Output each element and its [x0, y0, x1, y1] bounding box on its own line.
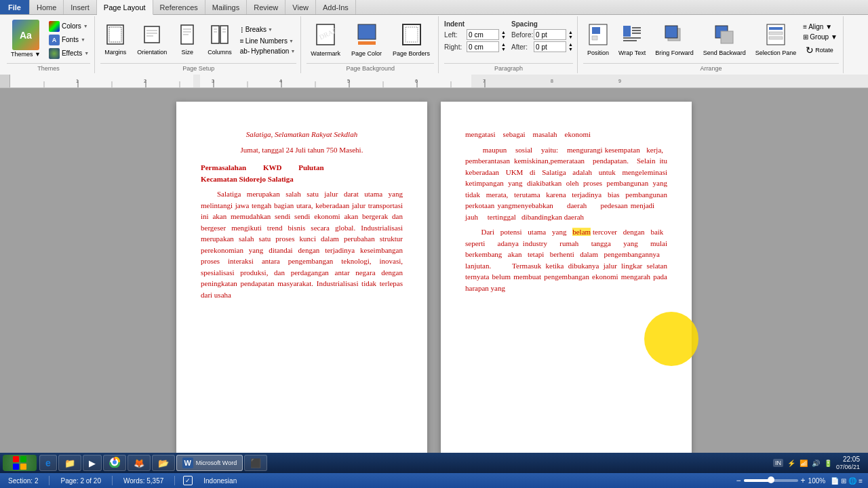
- size-icon: [178, 24, 197, 48]
- taskbar-chrome[interactable]: [103, 455, 126, 471]
- line-numbers-button[interactable]: ≡ Line Numbers ▼: [239, 37, 297, 45]
- page-borders-button[interactable]: Page Borders: [389, 20, 434, 59]
- breaks-arrow: ▼: [268, 27, 273, 32]
- align-button[interactable]: ≡ Align ▼: [802, 22, 838, 31]
- tab-view[interactable]: View: [285, 0, 316, 14]
- svg-text:1: 1: [76, 79, 79, 83]
- send-backward-button[interactable]: Send Backward: [699, 21, 750, 58]
- svg-point-70: [113, 460, 117, 464]
- wrap-text-button[interactable]: Wrap Text: [614, 21, 650, 58]
- spacing-before-input[interactable]: [534, 29, 566, 40]
- tray-area: IN ⚡ 📶 🔊 🔋 22:05 07/06/21: [773, 455, 865, 472]
- chrome-icon: [109, 457, 120, 470]
- size-button[interactable]: Size: [174, 22, 201, 58]
- svg-text:3: 3: [212, 79, 214, 83]
- right-para1: maupun sosial yaitu: mengurangi kesempat…: [465, 144, 667, 223]
- tab-file[interactable]: File: [0, 0, 30, 14]
- right-page: mengatasi sebagai masalah ekonomi maupun…: [441, 102, 692, 454]
- taskbar-word[interactable]: W Microsoft Word: [176, 455, 243, 471]
- tab-review[interactable]: Review: [247, 0, 285, 14]
- indent-right-input[interactable]: [467, 41, 499, 52]
- rotate-icon: ↻: [806, 45, 814, 56]
- zoom-in-button[interactable]: +: [801, 476, 806, 485]
- hyphenation-arrow: ▼: [290, 49, 295, 54]
- spacing-after-input[interactable]: [534, 41, 566, 52]
- indent-left-input[interactable]: [467, 29, 499, 40]
- explorer-icon: 📁: [64, 458, 75, 468]
- taskbar-app2[interactable]: ⬛: [244, 455, 267, 471]
- page-background-group-label: Page Background: [307, 63, 434, 72]
- indent-label: Indent: [444, 20, 506, 28]
- folder-icon: 📂: [158, 458, 169, 468]
- watermark-button[interactable]: DRAFT Watermark: [307, 20, 344, 59]
- align-icon: ≡: [803, 23, 807, 30]
- tab-home[interactable]: Home: [30, 0, 64, 14]
- svg-rect-40: [10, 75, 193, 87]
- left-para1: Salatiga merupakan salah satu jalur dara…: [201, 188, 403, 300]
- hyphenation-button[interactable]: ab- Hyphenation ▼: [239, 47, 297, 56]
- taskbar-ie[interactable]: e: [39, 455, 57, 471]
- tab-page-layout[interactable]: Page Layout: [97, 0, 153, 15]
- group-button[interactable]: ⊞ Group ▼: [802, 33, 838, 41]
- web-layout-icon[interactable]: 🌐: [848, 477, 856, 485]
- spacing-after-spinner[interactable]: ▲ ▼: [568, 42, 573, 52]
- tab-insert[interactable]: Insert: [64, 0, 97, 14]
- svg-text:7: 7: [483, 79, 486, 83]
- zoom-slider[interactable]: [744, 479, 798, 482]
- tab-add-ins[interactable]: Add-Ins: [316, 0, 356, 14]
- svg-rect-18: [358, 24, 376, 39]
- word-icon: W: [182, 458, 193, 468]
- taskbar-media[interactable]: ▶: [83, 455, 102, 471]
- colors-button[interactable]: Colors ▼: [47, 20, 90, 33]
- watermark-icon: DRAFT: [315, 22, 336, 49]
- margins-button[interactable]: Margins: [100, 22, 130, 58]
- fonts-dropdown-arrow: ▼: [81, 37, 85, 42]
- themes-group-label: Themes: [7, 63, 90, 72]
- svg-text:2: 2: [144, 79, 146, 83]
- zoom-out-button[interactable]: −: [736, 476, 741, 485]
- view-mode-icons: 📄 ⊞ 🌐 ≡: [831, 477, 863, 485]
- ribbon-container: File Home Insert Page Layout References …: [0, 0, 868, 75]
- effects-button[interactable]: Effects ▼: [47, 47, 90, 60]
- spacing-before-spinner[interactable]: ▲ ▼: [568, 30, 573, 39]
- svg-rect-38: [769, 37, 783, 39]
- svg-text:6: 6: [415, 79, 418, 83]
- themes-icon: Aa: [12, 20, 39, 50]
- left-page: Salatiga, Selamatkan Rakyat Sekdlah Juma…: [176, 102, 427, 454]
- zoom-level: 100%: [808, 477, 826, 485]
- columns-button[interactable]: Columns: [203, 22, 236, 58]
- full-screen-icon[interactable]: ⊞: [841, 477, 846, 485]
- svg-rect-66: [20, 456, 26, 462]
- bring-forward-button[interactable]: Bring Forward: [651, 21, 698, 58]
- svg-rect-11: [220, 26, 228, 43]
- rotate-button[interactable]: ↻ Rotate: [802, 43, 838, 58]
- outline-icon[interactable]: ≡: [859, 477, 863, 485]
- right-para2: Dari potensi utama yang belam tercover d…: [465, 226, 667, 293]
- themes-button[interactable]: Aa Themes ▼: [7, 18, 45, 62]
- highlight-circle: [644, 312, 698, 366]
- bring-forward-icon: [664, 23, 684, 49]
- orientation-button[interactable]: Orientation: [133, 22, 171, 58]
- taskbar-firefox[interactable]: 🦊: [127, 455, 151, 471]
- tab-references[interactable]: References: [153, 0, 205, 14]
- fonts-button[interactable]: A Fonts ▼: [47, 34, 90, 46]
- indent-left-spinner[interactable]: ▲ ▼: [501, 30, 506, 39]
- start-button[interactable]: [3, 455, 37, 471]
- taskbar: e 📁 ▶ 🦊 📂 W Microsoft Word ⬛ IN ⚡ 📶: [0, 453, 868, 473]
- selection-pane-button[interactable]: Selection Pane: [751, 21, 801, 58]
- colors-icon: [49, 21, 60, 32]
- orientation-icon: [142, 24, 161, 48]
- indent-right-spinner[interactable]: ▲ ▼: [501, 42, 506, 52]
- breaks-button[interactable]: ⫶ Breaks ▼: [239, 24, 297, 35]
- tab-mailings[interactable]: Mailings: [205, 0, 247, 14]
- line-numbers-arrow: ▼: [289, 39, 294, 43]
- svg-rect-32: [665, 26, 677, 38]
- taskbar-folder[interactable]: 📂: [152, 455, 175, 471]
- taskbar-explorer[interactable]: 📁: [58, 455, 81, 471]
- position-button[interactable]: Position: [583, 21, 613, 58]
- keyboard-indicator: IN: [773, 459, 783, 467]
- ribbon-group-paragraph: Indent Left: ▲ ▼ Right: ▲: [440, 16, 578, 73]
- print-layout-icon[interactable]: 📄: [831, 477, 839, 485]
- svg-rect-19: [358, 41, 376, 45]
- page-color-button[interactable]: Page Color: [347, 20, 386, 59]
